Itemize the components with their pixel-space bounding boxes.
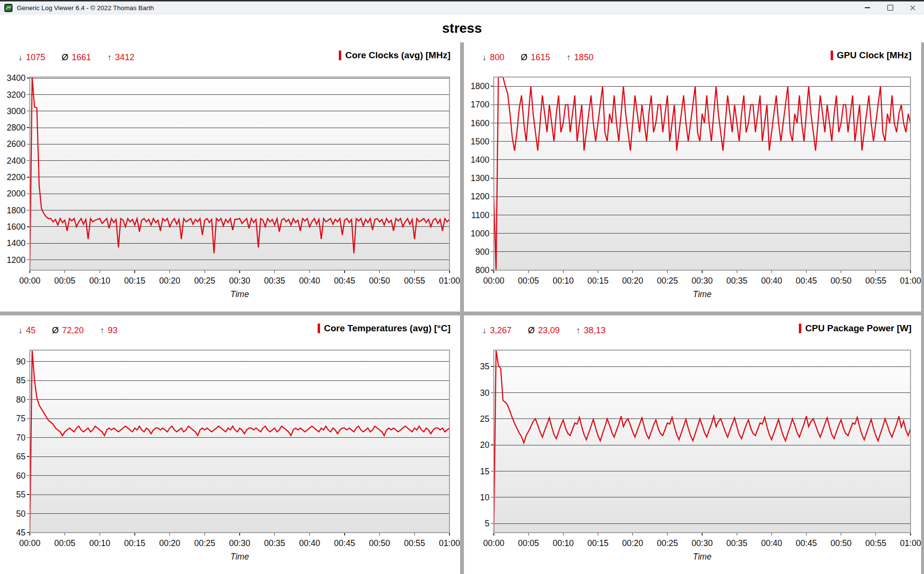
svg-text:1200: 1200 [471, 192, 489, 201]
panel-gpu-clock: ↓ 800 Ø 1615 ↑ 1850 GPU Clock [MHz] 1800… [464, 42, 921, 312]
stat-min: ↓ 45 [18, 326, 36, 336]
svg-text:00:10: 00:10 [89, 276, 110, 286]
svg-text:00:20: 00:20 [159, 538, 180, 548]
svg-text:00:10: 00:10 [552, 276, 574, 286]
svg-text:Time: Time [231, 289, 249, 299]
svg-text:90: 90 [16, 357, 26, 366]
stat-min: ↓ 800 [482, 52, 504, 63]
svg-text:1600: 1600 [471, 118, 489, 128]
vertical-splitter-bottom[interactable] [460, 315, 464, 574]
svg-text:800: 800 [475, 265, 489, 275]
svg-text:3200: 3200 [7, 90, 26, 100]
svg-text:00:20: 00:20 [159, 276, 180, 286]
legend-core-clocks: Core Clocks (avg) [MHz] [339, 50, 450, 61]
min-value: 3,267 [490, 326, 512, 336]
svg-text:00:25: 00:25 [657, 276, 678, 286]
svg-text:1200: 1200 [7, 255, 26, 265]
maximize-button[interactable] [879, 1, 901, 14]
stat-max: ↑ 38,13 [576, 326, 605, 336]
svg-text:3000: 3000 [7, 106, 26, 116]
svg-text:00:05: 00:05 [518, 538, 539, 548]
svg-text:1400: 1400 [7, 238, 26, 248]
close-button[interactable] [901, 1, 924, 14]
svg-text:1100: 1100 [471, 210, 489, 220]
svg-text:00:45: 00:45 [796, 276, 817, 286]
svg-text:Time: Time [693, 289, 712, 299]
svg-text:00:00: 00:00 [483, 276, 504, 286]
horizontal-splitter[interactable] [0, 312, 924, 315]
app-icon [4, 4, 13, 12]
svg-text:00:35: 00:35 [726, 538, 747, 548]
vertical-splitter[interactable] [460, 42, 464, 312]
svg-text:00:45: 00:45 [334, 276, 355, 286]
svg-text:1800: 1800 [7, 206, 26, 215]
max-arrow-icon: ↑ [107, 52, 112, 63]
svg-text:00:40: 00:40 [299, 276, 320, 286]
minimize-icon [865, 7, 870, 8]
average-icon: Ø [521, 52, 527, 63]
svg-text:2600: 2600 [7, 139, 26, 149]
min-arrow-icon: ↓ [482, 52, 487, 63]
svg-text:00:10: 00:10 [552, 538, 574, 548]
chart-gpu-clock: 1800170016001500140013001200110010009008… [464, 70, 921, 312]
panel-cpu-package-power: ↓ 3,267 Ø 23,09 ↑ 38,13 CPU Package Powe… [464, 315, 921, 574]
svg-text:00:30: 00:30 [229, 538, 250, 548]
svg-text:00:30: 00:30 [692, 538, 713, 548]
max-value: 1850 [574, 52, 593, 63]
series-color-bar [339, 51, 341, 60]
svg-text:1700: 1700 [471, 100, 489, 109]
right-edge-splitter-bottom[interactable] [921, 315, 924, 574]
stat-max: ↑ 3412 [107, 52, 134, 63]
svg-text:00:25: 00:25 [194, 276, 215, 286]
svg-text:30: 30 [480, 388, 490, 398]
series-title: CPU Package Power [W] [805, 323, 911, 334]
svg-text:Time: Time [231, 552, 249, 561]
svg-text:00:30: 00:30 [692, 276, 713, 286]
legend-core-temperatures: Core Temperatures (avg) [°C] [318, 323, 450, 334]
average-icon: Ø [52, 326, 59, 336]
avg-value: 23,09 [538, 326, 560, 336]
svg-text:00:35: 00:35 [264, 276, 285, 286]
svg-text:00:35: 00:35 [264, 538, 285, 548]
min-arrow-icon: ↓ [482, 326, 487, 336]
svg-text:15: 15 [480, 467, 489, 476]
svg-text:00:55: 00:55 [865, 276, 886, 286]
close-icon [910, 5, 916, 11]
svg-text:00:25: 00:25 [194, 538, 215, 548]
minimize-button[interactable] [856, 1, 879, 14]
svg-text:35: 35 [480, 362, 489, 371]
svg-text:55: 55 [16, 490, 26, 499]
svg-text:2400: 2400 [7, 156, 26, 166]
svg-text:5: 5 [485, 519, 489, 528]
right-edge-splitter[interactable] [921, 42, 924, 312]
stat-max: ↑ 1850 [566, 52, 593, 63]
svg-text:10: 10 [480, 493, 490, 502]
avg-value: 1615 [531, 52, 550, 63]
svg-text:00:20: 00:20 [622, 538, 643, 548]
svg-text:00:05: 00:05 [518, 276, 539, 286]
avg-value: 1661 [72, 52, 91, 63]
stats-row-core-clocks: ↓ 1075 Ø 1661 ↑ 3412 Core Clocks (avg) [… [0, 42, 460, 70]
svg-text:1000: 1000 [471, 229, 489, 238]
svg-text:2200: 2200 [7, 172, 26, 182]
svg-text:01:00: 01:00 [900, 538, 921, 548]
svg-text:900: 900 [475, 247, 489, 257]
max-arrow-icon: ↑ [566, 52, 571, 63]
max-value: 93 [108, 326, 117, 336]
svg-text:75: 75 [16, 414, 26, 423]
stat-avg: Ø 1615 [521, 52, 550, 63]
svg-text:1300: 1300 [471, 173, 489, 183]
svg-text:20: 20 [480, 440, 490, 450]
window-title: Generic Log Viewer 6.4 - © 2022 Thomas B… [17, 4, 154, 12]
svg-text:85: 85 [16, 376, 26, 385]
svg-text:70: 70 [16, 433, 26, 443]
svg-text:2800: 2800 [7, 123, 26, 132]
svg-text:60: 60 [16, 471, 26, 481]
min-value: 1075 [26, 52, 45, 63]
svg-text:80: 80 [16, 395, 26, 404]
chart-core-clocks: 3400320030002800260024002200200018001600… [0, 70, 460, 312]
max-arrow-icon: ↑ [100, 326, 104, 336]
svg-text:50: 50 [16, 509, 26, 519]
svg-text:00:40: 00:40 [761, 538, 782, 548]
max-arrow-icon: ↑ [576, 326, 580, 336]
